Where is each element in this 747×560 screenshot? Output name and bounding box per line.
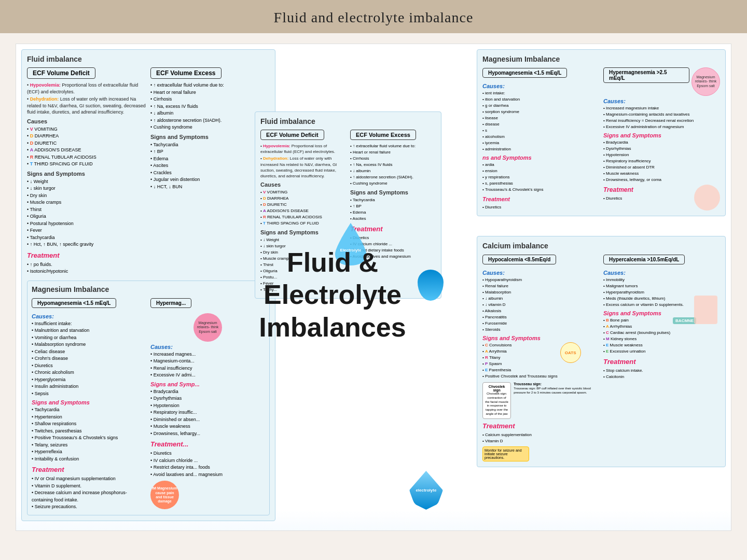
calcium-panel: Calcium imbalance Hypocalcemia <8.5mEq/d…	[477, 236, 726, 467]
fluid-panel-title: Fluid imbalance	[27, 55, 270, 63]
mag-hyper-sns-left: Bradycardia Dysrhythmias Hypotension Res…	[150, 388, 265, 438]
chvostek-diagram: Chvostek sign Chvostek sign: contraction…	[482, 382, 511, 419]
excess-causes-list: ↑ extracellular fluid volume due to: Hea…	[150, 82, 270, 131]
mag-sub-title: Magnesium Imbalance	[32, 285, 265, 293]
epsom-badge-left: Magnesium relaxes- think Epsom salt	[193, 320, 222, 335]
page-header: Fluid and electrolyte imbalance	[0, 0, 747, 33]
bacmne-badge: BACMNE	[673, 317, 696, 324]
hypo-calcium-sns: C Convulsions A Arrythmia R Titany P Spa…	[482, 342, 558, 380]
excess-list-middle: ↑ extracellular fluid volume due to: Hea…	[350, 143, 436, 187]
hyper-causes-right: Increased magnesium intake Magnesium-con…	[603, 105, 720, 130]
sns-excess-list: Tachycardia ↑ BP Edema Ascites Crackles …	[150, 142, 270, 191]
treatment-mag-hyper-list-left: Diuretics IV calcium chloride ... Restri…	[150, 450, 265, 478]
hyper-calcium-sns: B Bone pain A Arrhythmias C Cardiac arre…	[603, 317, 670, 355]
hyper-mag-right: Hypermagnesemia >2.5 mEq/L	[603, 67, 689, 83]
hypo-calcium-title: Hypocalcemia <8.5mEq/d	[482, 255, 556, 264]
electrolyte-badge: electrolyte	[409, 471, 446, 515]
epsom-badge-right: Magnesium relaxes- think Epsom salt	[692, 74, 720, 89]
hypo-causes-heading-left: Causes:	[32, 313, 146, 319]
oats-badge: OATS	[560, 342, 581, 363]
treatment-hyper-calcium: Treatment	[603, 358, 720, 366]
main-canvas: Fluid & Electrolyte Imbalances Fluid imb…	[16, 44, 731, 531]
sns-hyper-heading-left: Signs and Symp...	[150, 381, 265, 387]
treatment-mag-hyper-left: Treatment...	[150, 440, 265, 448]
hypo-mag-right: Hypomagnesemia <1.5 mEq/L	[482, 68, 567, 78]
monitor-badge: Monitor for seizure and initiate seizure…	[482, 446, 529, 461]
causes-list-left: V VOMITING D DIARRHEA D DIURETIC A ADDIS…	[27, 126, 146, 168]
ecf-excess-title: ECF Volume Excess	[150, 67, 222, 79]
mag-sns-list-left: Tachycardia Hypertension Shallow respira…	[32, 407, 146, 463]
hypo-causes-right: ient intake: ition and starvation g or d…	[482, 90, 599, 152]
hyper-calcium-treatment: Stop calcium intake. Calcitonin	[603, 368, 720, 380]
calcium-title: Calcium imbalance	[482, 242, 720, 250]
magnesium-right-panel: Magnesium Imbalance Hypomagnesemia <1.5 …	[477, 49, 726, 216]
hypovolemia-text: • Hypovolemia: Proportional loss of extr…	[27, 82, 146, 116]
treatment-mag-left: Treatment	[32, 466, 146, 473]
sns-list-deficit: ↓ Weight ↓ skin turgor Dry skin Muscle c…	[27, 178, 146, 248]
page-title: Fluid and electrolyte imbalance	[274, 9, 474, 25]
hypo-causes-list-left: Insufficient intake: Malnutrition and st…	[32, 320, 146, 398]
treatment-list-left: ↑ po fluids. Isotonic/Hypotonic	[27, 261, 146, 275]
hyper-mag-title-left: Hypermag...	[150, 298, 191, 308]
hyper-causes-left: Causes:	[150, 344, 265, 350]
hyper-causes-list-left: Increased magnes... Magnesium-conta... R…	[150, 351, 265, 379]
mag-im-badge: IM Magnesium cause pain and tissue damag…	[150, 485, 179, 506]
figure-calcium-icon	[694, 296, 717, 324]
hypo-mag-title-left: Hypomagnesemia <1.5 mEq/L	[32, 298, 116, 308]
sns-heading-left: Signs and Symptoms	[27, 171, 146, 177]
hypo-calcium-treatment: Calcium supplementation Vitamin D	[482, 432, 599, 444]
mag-sub-section-left: Magnesium Imbalance Hypomagnesemia <1.5 …	[27, 281, 270, 515]
hypo-calcium-causes: Hypoparathyroidism Renal failure Malabso…	[482, 277, 599, 333]
electrolyte-label: electrolyte	[416, 488, 436, 493]
sns-excess-middle: Tachycardia ↑ BP Edema Ascites	[350, 197, 436, 222]
ecf-deficit-middle: ECF Volume Deficit	[260, 130, 324, 140]
ecf-deficit-title: ECF Volume Deficit	[27, 67, 95, 79]
sns-heading-mag-left: Signs and Symptoms	[32, 399, 146, 405]
treatment-mag-list-left: IV or Oral magnesium supplementation Vit…	[32, 475, 146, 511]
causes-heading: Causes	[27, 118, 146, 124]
sns-excess-heading: Signs and Symptoms	[150, 134, 270, 140]
big-title: Fluid & Electrolyte Imbalances	[234, 246, 431, 343]
mag-right-title: Magnesium Imbalance	[482, 55, 720, 63]
treatment-heading-left: Treatment	[27, 251, 146, 259]
hyper-sns-right: Bradycardia Dysrhythmias Hypotension Res…	[603, 139, 720, 183]
hypo-sns-right: ardia ension y respirations s, paresthes…	[482, 162, 599, 193]
figure-icon-right	[694, 185, 720, 211]
fluid-middle-title: Fluid imbalance	[260, 117, 436, 125]
ecf-excess-middle: ECF Volume Excess	[350, 130, 416, 140]
hyper-calcium-title: Hypercalcemia >10.5mEq/dL	[603, 255, 685, 264]
